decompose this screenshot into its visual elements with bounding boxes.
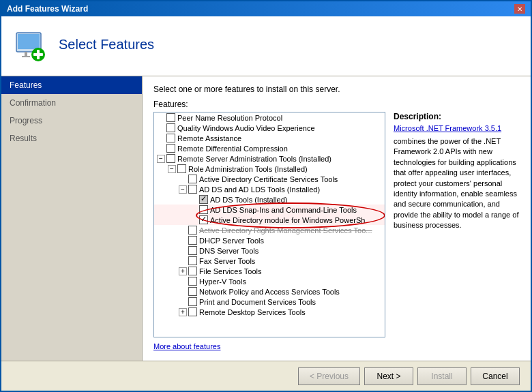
feature-label: Remote Desktop Services Tools [199,308,306,316]
expand-icon[interactable]: + [179,267,187,275]
previous-button[interactable]: < Previous [298,367,360,385]
feature-checkbox[interactable] [199,205,208,214]
feature-label: Active Directory Rights Management Servi… [199,226,372,235]
feature-checkbox[interactable] [166,134,175,142]
features-tree[interactable]: Peer Name Resolution ProtocolQuality Win… [153,112,385,337]
svg-rect-1 [18,34,40,49]
description-panel: Description: Microsoft .NET Framework 3.… [394,112,520,337]
desc-link[interactable]: Microsoft .NET Framework 3.5.1 [394,124,520,132]
feature-label: Remote Assistance [177,134,241,142]
feature-checkbox[interactable] [188,246,197,255]
tree-item[interactable]: Active Directory module for Windows Powe… [154,215,385,225]
tree-item[interactable]: AD DS Tools (Installed) [154,194,385,205]
feature-label: Hyper-V Tools [199,277,246,286]
close-button[interactable]: ✕ [514,4,525,14]
feature-label: AD LDS Snap-Ins and Command-Line Tools [210,206,357,214]
feature-checkbox[interactable] [177,164,186,173]
content-split: Peer Name Resolution ProtocolQuality Win… [153,112,520,337]
tree-item[interactable]: Active Directory Rights Management Servi… [154,225,385,235]
tree-item[interactable]: AD LDS Snap-Ins and Command-Line Tools [154,205,385,215]
feature-checkbox[interactable] [188,267,197,275]
feature-label: Fax Server Tools [199,257,255,265]
sidebar-item-features[interactable]: Features [1,76,142,94]
expand-icon[interactable]: − [157,155,165,163]
content-area: Select one or more features to install o… [143,76,531,361]
tree-item[interactable]: Fax Server Tools [154,256,385,266]
tree-item[interactable]: −AD DS and AD LDS Tools (Installed) [154,184,385,194]
feature-label: Remote Server Administration Tools (Inst… [177,155,331,163]
feature-label: DHCP Server Tools [199,237,264,245]
tree-item[interactable]: Hyper-V Tools [154,276,385,286]
feature-checkbox[interactable] [188,226,197,235]
feature-label: Quality Windows Audio Video Experience [177,124,315,132]
desc-title: Description: [394,112,520,121]
header-text: Select Features [59,37,154,55]
footer: < Previous Next > Install Cancel [1,361,531,391]
tree-item[interactable]: −Remote Server Administration Tools (Ins… [154,153,385,164]
next-button[interactable]: Next > [364,367,413,385]
title-bar: Add Features Wizard ✕ [1,1,531,16]
feature-checkbox[interactable] [188,256,197,265]
feature-checkbox[interactable] [166,113,175,122]
feature-checkbox[interactable] [188,307,197,316]
feature-checkbox[interactable] [199,215,208,224]
header-icon [12,29,48,64]
feature-label: AD DS and AD LDS Tools (Installed) [199,185,320,194]
feature-label: Active Directory module for Windows Powe… [210,216,365,224]
tree-item[interactable]: DHCP Server Tools [154,235,385,245]
tree-item[interactable]: Quality Windows Audio Video Experience [154,123,385,133]
svg-rect-2 [25,52,27,56]
feature-label: Role Administration Tools (Installed) [188,165,308,173]
feature-label: File Services Tools [199,267,262,275]
header-section: Select Features [1,16,531,76]
tree-item[interactable]: Remote Differential Compression [154,143,385,153]
more-about-features-link[interactable]: More about features [153,342,220,350]
feature-label: Print and Document Services Tools [199,298,316,306]
page-title: Select Features [59,37,154,52]
svg-rect-3 [22,56,30,57]
expand-icon[interactable]: − [168,165,176,173]
feature-checkbox[interactable] [188,185,197,194]
content-description: Select one or more features to install o… [153,85,520,94]
expand-icon[interactable]: + [179,308,187,316]
sidebar-item-progress[interactable]: Progress [1,112,142,130]
tree-item[interactable]: +Remote Desktop Services Tools [154,307,385,317]
feature-checkbox[interactable] [188,287,197,296]
install-button[interactable]: Install [417,367,467,385]
feature-checkbox[interactable] [166,123,175,132]
expand-icon[interactable]: − [179,185,187,194]
tree-item[interactable]: −Role Administration Tools (Installed) [154,164,385,174]
tree-item[interactable]: Network Policy and Access Services Tools [154,286,385,297]
desc-text: combines the power of the .NET Framework… [394,136,520,231]
sidebar-item-confirmation[interactable]: Confirmation [1,94,142,112]
feature-label: Network Policy and Access Services Tools [199,288,340,296]
cancel-button[interactable]: Cancel [471,367,520,385]
feature-checkbox[interactable] [188,175,197,183]
sidebar-item-results[interactable]: Results [1,130,142,147]
feature-label: Peer Name Resolution Protocol [177,114,282,122]
window-title: Add Features Wizard [7,4,88,14]
feature-checkbox[interactable] [188,277,197,286]
feature-checkbox[interactable] [188,297,197,306]
feature-label: Remote Differential Compression [177,145,288,153]
main-window: Add Features Wizard ✕ Select Features [0,0,532,392]
feature-checkbox[interactable] [188,236,197,245]
main-content: Features Confirmation Progress Results S… [1,76,531,361]
tree-item[interactable]: +File Services Tools [154,266,385,276]
svg-rect-6 [33,53,43,56]
tree-item[interactable]: Peer Name Resolution Protocol [154,112,385,123]
sidebar: Features Confirmation Progress Results [1,76,143,361]
feature-checkbox[interactable] [166,154,175,163]
tree-item[interactable]: Print and Document Services Tools [154,297,385,307]
title-bar-left: Add Features Wizard [7,4,88,14]
feature-checkbox[interactable] [199,195,208,204]
tree-item[interactable]: Remote Assistance [154,133,385,143]
tree-item[interactable]: DNS Server Tools [154,245,385,256]
feature-label: DNS Server Tools [199,247,258,255]
feature-label: Active Directory Certificate Services To… [199,175,338,183]
feature-checkbox[interactable] [166,144,175,153]
features-label: Features: [153,100,520,109]
tree-scroll-wrapper: Peer Name Resolution ProtocolQuality Win… [153,112,385,337]
features-panel: Peer Name Resolution ProtocolQuality Win… [153,112,385,337]
tree-item[interactable]: Active Directory Certificate Services To… [154,174,385,184]
